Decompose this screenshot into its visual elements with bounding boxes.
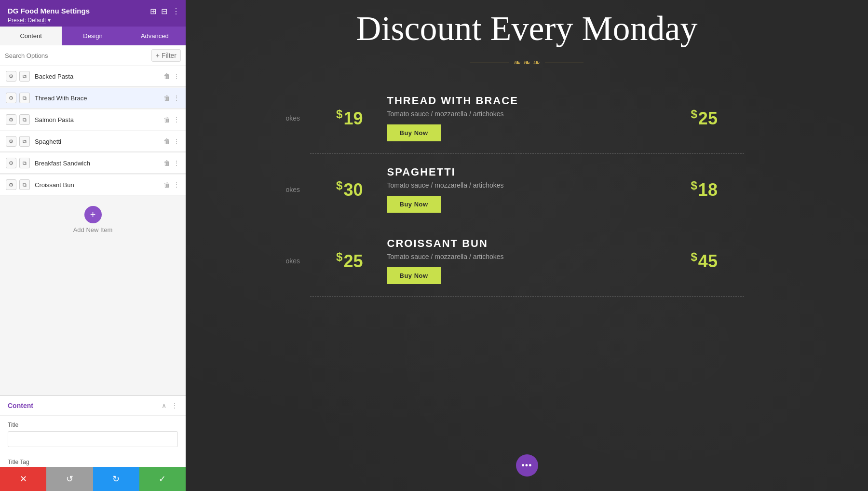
- item-label: Spaghetti: [35, 138, 163, 145]
- more-options-icon[interactable]: ⋮: [173, 72, 180, 80]
- panel-header: ⊞ ⊟ ⋮ DG Food Menu Settings Preset: Defa…: [0, 0, 186, 27]
- copy-icon[interactable]: ⧉: [19, 158, 30, 168]
- delete-icon[interactable]: 🗑: [163, 137, 170, 145]
- item-icons: ⚙ ⧉: [6, 93, 30, 103]
- buy-now-button[interactable]: Buy Now: [387, 124, 441, 141]
- confirm-button[interactable]: ✓: [139, 467, 186, 491]
- tab-advanced[interactable]: Advanced: [124, 27, 186, 45]
- delete-icon[interactable]: 🗑: [163, 94, 170, 102]
- delete-icon[interactable]: 🗑: [163, 159, 170, 167]
- right-divider-line: [545, 63, 583, 63]
- settings-icon[interactable]: ⚙: [6, 71, 16, 82]
- tab-design[interactable]: Design: [62, 27, 123, 45]
- sidebar-icon[interactable]: ⊟: [161, 7, 167, 16]
- settings-icon[interactable]: ⚙: [6, 114, 16, 125]
- menu-item-description: Tomato sauce / mozzarella / artichokes: [387, 110, 667, 118]
- list-item[interactable]: ⚙ ⧉ Spaghetti 🗑 ⋮: [0, 131, 186, 152]
- menu-item-name: SPAGHETTI: [387, 166, 667, 178]
- floating-action-button[interactable]: •••: [516, 454, 538, 477]
- ornament-symbol: ❧ ❧ ❧: [514, 57, 540, 68]
- panel-preset: Preset: Default ▾: [8, 17, 178, 24]
- partial-text: okes: [286, 114, 300, 122]
- partial-text: okes: [286, 186, 300, 193]
- filter-button[interactable]: + Filter: [151, 49, 181, 62]
- copy-icon[interactable]: ⧉: [19, 71, 30, 82]
- buy-now-button[interactable]: Buy Now: [387, 196, 441, 213]
- price-right: $45: [691, 250, 744, 272]
- list-item[interactable]: ⚙ ⧉ Salmon Pasta 🗑 ⋮: [0, 109, 186, 130]
- delete-icon[interactable]: 🗑: [163, 181, 170, 189]
- item-icons: ⚙ ⧉: [6, 179, 30, 190]
- redo-button[interactable]: ↻: [93, 467, 139, 491]
- preview-area: Discount Every Monday ❧ ❧ ❧ okes $19 THR…: [186, 0, 868, 491]
- menu-item-right-price: $18: [677, 179, 744, 200]
- title-form-group: Title: [0, 416, 186, 453]
- title-tag-label: Title Tag: [8, 459, 178, 465]
- menu-item-left-price: $19: [310, 108, 378, 129]
- settings-icon[interactable]: ⚙: [6, 179, 16, 190]
- more-options-icon[interactable]: ⋮: [173, 116, 180, 123]
- settings-icon[interactable]: ⚙: [6, 136, 16, 147]
- filter-plus-icon: +: [156, 52, 160, 59]
- cancel-button[interactable]: ✕: [0, 467, 46, 491]
- list-item[interactable]: ⚙ ⧉ Backed Pasta 🗑 ⋮: [0, 66, 186, 87]
- list-item[interactable]: ⚙ ⧉ Breakfast Sandwich 🗑 ⋮: [0, 153, 186, 174]
- item-actions: 🗑 ⋮: [163, 137, 180, 145]
- more-icon[interactable]: ⋮: [172, 7, 180, 16]
- menu-item-description: Tomato sauce / mozzarella / artichokes: [387, 181, 667, 189]
- item-icons: ⚙ ⧉: [6, 158, 30, 168]
- item-label: Thread With Brace: [35, 95, 163, 102]
- item-actions: 🗑 ⋮: [163, 181, 180, 189]
- copy-icon[interactable]: ⧉: [19, 93, 30, 103]
- more-options-icon[interactable]: ⋮: [173, 137, 180, 145]
- main-content: Discount Every Monday ❧ ❧ ❧ okes $19 THR…: [186, 0, 868, 306]
- floating-dots-icon: •••: [522, 461, 532, 471]
- collapse-icon[interactable]: ∧: [162, 402, 166, 409]
- copy-icon[interactable]: ⧉: [19, 179, 30, 190]
- menu-item-left-price: $30: [310, 179, 378, 200]
- content-section-title: Content: [8, 402, 162, 409]
- list-item[interactable]: ⚙ ⧉ Croissant Bun 🗑 ⋮: [0, 175, 186, 195]
- item-actions: 🗑 ⋮: [163, 72, 180, 80]
- tab-bar: Content Design Advanced: [0, 27, 186, 45]
- partial-text: okes: [286, 257, 300, 265]
- add-new-item-button[interactable]: + Add New Item: [0, 196, 186, 243]
- menu-item-row: okes $19 THREAD WITH BRACE Tomato sauce …: [310, 82, 744, 154]
- add-circle-icon: +: [84, 206, 102, 223]
- maximize-icon[interactable]: ⊞: [150, 7, 156, 16]
- undo-button[interactable]: ↺: [46, 467, 93, 491]
- item-actions: 🗑 ⋮: [163, 116, 180, 123]
- search-input[interactable]: [5, 52, 149, 59]
- title-input[interactable]: [8, 431, 178, 447]
- menu-item-description: Tomato sauce / mozzarella / artichokes: [387, 253, 667, 260]
- menu-item-name: CROISSANT BUN: [387, 237, 667, 250]
- buy-now-button[interactable]: Buy Now: [387, 267, 441, 284]
- bottom-toolbar: ✕ ↺ ↻ ✓: [0, 467, 186, 491]
- copy-icon[interactable]: ⧉: [19, 136, 30, 147]
- item-actions: 🗑 ⋮: [163, 159, 180, 167]
- list-item[interactable]: ⚙ ⧉ Thread With Brace 🗑 ⋮: [0, 88, 186, 109]
- item-icons: ⚙ ⧉: [6, 114, 30, 125]
- delete-icon[interactable]: 🗑: [163, 116, 170, 123]
- settings-icon[interactable]: ⚙: [6, 93, 16, 103]
- item-label: Croissant Bun: [35, 181, 163, 189]
- more-options-icon[interactable]: ⋮: [173, 159, 180, 167]
- menu-item-info: THREAD WITH BRACE Tomato sauce / mozzare…: [378, 95, 677, 141]
- copy-icon[interactable]: ⧉: [19, 114, 30, 125]
- settings-icon[interactable]: ⚙: [6, 158, 16, 168]
- tab-content[interactable]: Content: [0, 27, 62, 45]
- price-left: $25: [310, 250, 363, 272]
- item-label: Backed Pasta: [35, 73, 163, 80]
- items-list: ⚙ ⧉ Backed Pasta 🗑 ⋮ ⚙ ⧉ Thread With Bra…: [0, 66, 186, 395]
- more-options-icon[interactable]: ⋮: [173, 94, 180, 102]
- left-divider-line: [470, 63, 509, 63]
- cancel-icon: ✕: [20, 474, 27, 484]
- delete-icon[interactable]: 🗑: [163, 72, 170, 80]
- price-right: $18: [691, 179, 744, 200]
- section-more-icon[interactable]: ⋮: [171, 402, 178, 409]
- item-icons: ⚙ ⧉: [6, 71, 30, 82]
- item-icons: ⚙ ⧉: [6, 136, 30, 147]
- more-options-icon[interactable]: ⋮: [173, 181, 180, 189]
- panel-header-icons: ⊞ ⊟ ⋮: [150, 7, 180, 16]
- menu-item-right-price: $25: [677, 108, 744, 129]
